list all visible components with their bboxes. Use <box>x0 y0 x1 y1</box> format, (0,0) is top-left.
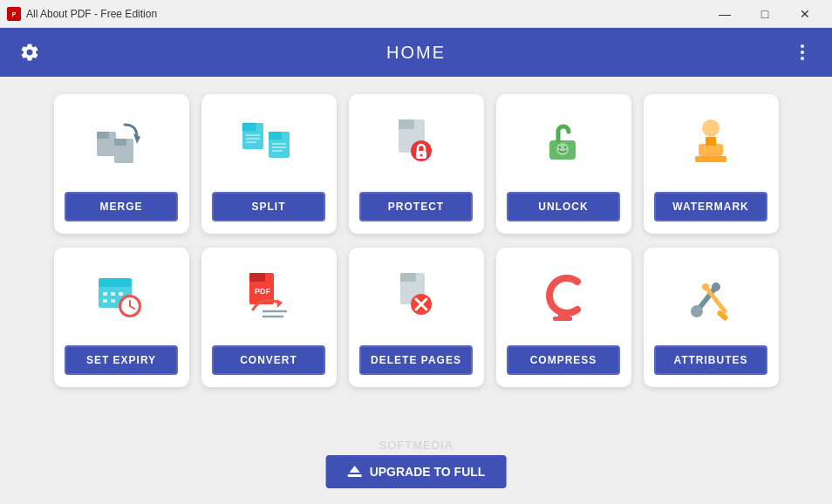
svg-rect-33 <box>695 156 726 162</box>
svg-rect-37 <box>103 292 107 296</box>
svg-rect-36 <box>99 278 132 287</box>
merge-icon <box>91 112 152 173</box>
attributes-icon <box>680 265 741 326</box>
svg-rect-32 <box>699 144 723 156</box>
tools-row-2: SET EXPIRY PDF <box>26 248 806 387</box>
svg-rect-6 <box>97 132 109 139</box>
merge-button[interactable]: MERGE <box>65 192 178 221</box>
svg-marker-64 <box>350 466 360 473</box>
split-icon <box>238 112 299 173</box>
upgrade-label: UPGRADE TO FULL <box>370 465 486 479</box>
page-title: HOME <box>45 43 787 63</box>
delete-pages-button[interactable]: DELETE PAGES <box>359 345 473 375</box>
svg-point-4 <box>801 57 804 60</box>
tools-row-1: MERGE <box>26 94 806 234</box>
main-content: MERGE <box>0 77 832 504</box>
app-container: HOME <box>0 28 832 504</box>
svg-point-31 <box>702 119 719 137</box>
window-controls: — □ ✕ <box>705 0 825 28</box>
upgrade-bar: UPGRADE TO FULL <box>326 455 507 488</box>
svg-point-28 <box>556 143 569 155</box>
watermark-button[interactable]: WATERMARK <box>654 192 767 221</box>
svg-rect-47 <box>249 273 265 282</box>
svg-rect-41 <box>111 299 115 303</box>
upgrade-icon <box>347 464 363 480</box>
svg-rect-34 <box>706 137 716 146</box>
watermark-icon <box>680 112 741 173</box>
svg-point-3 <box>801 51 804 54</box>
delete-pages-card[interactable]: DELETE PAGES <box>349 248 484 387</box>
unlock-button[interactable]: UNLOCK <box>507 192 620 221</box>
svg-point-62 <box>702 283 709 290</box>
split-card[interactable]: SPLIT <box>201 94 337 234</box>
minimize-button[interactable]: — <box>705 0 745 28</box>
settings-button[interactable] <box>14 37 45 68</box>
protect-button[interactable]: PROTECT <box>359 192 473 221</box>
svg-rect-39 <box>119 292 123 296</box>
upgrade-button[interactable]: UPGRADE TO FULL <box>326 455 507 488</box>
maximize-button[interactable]: □ <box>745 0 785 28</box>
svg-rect-40 <box>103 299 107 303</box>
window-title: All About PDF - Free Edition <box>26 8 705 20</box>
close-button[interactable]: ✕ <box>785 0 825 28</box>
svg-point-30 <box>564 146 566 148</box>
svg-point-60 <box>712 283 720 291</box>
watermark-card[interactable]: WATERMARK <box>644 94 779 234</box>
convert-button[interactable]: CONVERT <box>212 345 325 375</box>
app-header: HOME <box>0 28 832 77</box>
svg-rect-53 <box>400 273 416 282</box>
watermark-text: SOFTMEDIA <box>379 439 454 452</box>
svg-rect-63 <box>348 474 362 477</box>
app-icon: P <box>7 7 21 21</box>
svg-text:P: P <box>12 10 17 17</box>
attributes-card[interactable]: ATTRIBUTES <box>644 248 779 387</box>
convert-card[interactable]: PDF CONVERT <box>201 248 337 387</box>
svg-rect-8 <box>114 139 126 146</box>
unlock-card[interactable]: UNLOCK <box>496 94 631 234</box>
svg-marker-49 <box>276 299 283 308</box>
protect-card[interactable]: PROTECT <box>349 94 484 234</box>
svg-text:PDF: PDF <box>255 287 271 296</box>
protect-icon <box>385 112 447 173</box>
svg-rect-58 <box>553 317 572 321</box>
more-menu-button[interactable] <box>787 37 818 68</box>
title-bar: P All About PDF - Free Edition — □ ✕ <box>0 0 832 28</box>
compress-card[interactable]: COMPRESS <box>496 248 631 387</box>
compress-button[interactable]: COMPRESS <box>507 345 620 375</box>
merge-card[interactable]: MERGE <box>54 94 189 234</box>
split-button[interactable]: SPLIT <box>212 192 325 221</box>
svg-point-25 <box>420 154 423 157</box>
svg-rect-11 <box>242 123 256 131</box>
svg-point-2 <box>801 44 804 48</box>
attributes-button[interactable]: ATTRIBUTES <box>654 345 767 375</box>
svg-point-59 <box>691 305 703 317</box>
svg-point-29 <box>559 146 561 148</box>
set-expiry-card[interactable]: SET EXPIRY <box>54 248 189 387</box>
svg-rect-17 <box>269 132 282 140</box>
convert-icon: PDF <box>238 265 299 326</box>
set-expiry-icon <box>91 265 152 326</box>
unlock-icon <box>533 112 594 173</box>
set-expiry-button[interactable]: SET EXPIRY <box>65 345 178 375</box>
compress-icon <box>533 265 594 326</box>
delete-pages-icon <box>385 265 447 326</box>
svg-rect-38 <box>111 292 115 296</box>
svg-rect-22 <box>399 119 414 129</box>
